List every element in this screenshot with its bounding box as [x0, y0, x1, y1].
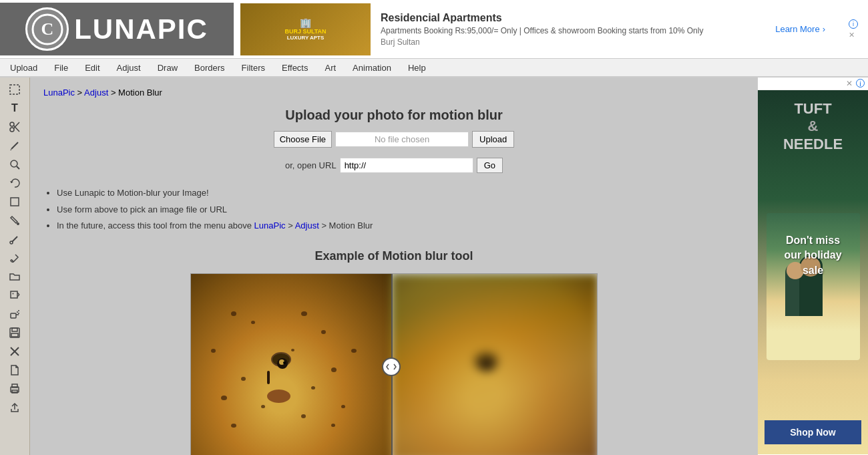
brand-part1: TUFT	[794, 100, 831, 117]
chevron-right-icon: ›	[823, 24, 825, 34]
url-row: or, open URL Go	[43, 158, 744, 173]
right-ad-info-icon[interactable]: i	[856, 79, 865, 88]
magnify-icon[interactable]	[5, 156, 25, 173]
svg-point-8	[11, 160, 17, 167]
svg-rect-25	[11, 333, 18, 337]
right-ad-top-bar: ✕ i	[758, 78, 868, 90]
svg-rect-2	[10, 85, 19, 94]
ad-close-icon[interactable]: ✕	[849, 31, 855, 39]
main-layout: T	[0, 78, 868, 455]
spray-icon[interactable]	[5, 305, 25, 323]
share-upload-icon[interactable]	[5, 399, 25, 416]
nav-effects[interactable]: Effects	[275, 60, 315, 75]
eyedropper-icon[interactable]	[5, 231, 25, 248]
svg-rect-14	[11, 291, 17, 298]
pencil-icon[interactable]	[5, 137, 25, 154]
brand-part2: NEEDLE	[783, 136, 843, 152]
instruction-2: Use form above to pick an image file or …	[57, 203, 373, 216]
nav-filters[interactable]: Filters	[235, 60, 272, 75]
original-image	[191, 274, 391, 456]
cheetah-face-left	[191, 274, 391, 456]
instructions-lunapic-link[interactable]: LunaPic	[254, 220, 286, 231]
svg-line-5	[14, 126, 20, 132]
svg-rect-29	[12, 384, 17, 388]
x-close-icon[interactable]	[5, 343, 25, 360]
svg-point-11	[17, 222, 19, 225]
upload-title: Upload your photo for motion blur	[43, 108, 744, 123]
nav-draw[interactable]: Draw	[151, 60, 184, 75]
top-ad-banner: C LUNAPIC 🏢 BURJ SULTAN LUXURY APTS Resi…	[0, 0, 868, 59]
ad-text-content: Residencial Apartments Apartments Bookin…	[381, 12, 765, 47]
example-title: Example of Motion blur tool	[43, 249, 744, 263]
url-input[interactable]	[340, 158, 473, 173]
print-icon[interactable]	[5, 380, 25, 398]
image-comparison	[190, 273, 598, 456]
document-icon[interactable]	[5, 361, 25, 379]
svg-point-3	[10, 122, 14, 126]
blurred-image	[391, 274, 598, 456]
logo-text: LUNAPIC	[74, 13, 208, 45]
folder-icon[interactable]	[5, 268, 25, 285]
nav-borders[interactable]: Borders	[188, 60, 232, 75]
instructions-section: Use Lunapic to Motion-blur your Image! U…	[43, 186, 373, 236]
url-label: or, open URL	[285, 160, 337, 170]
instruction-1: Use Lunapic to Motion-blur your Image!	[57, 186, 373, 200]
sidebar: T	[0, 78, 30, 455]
right-ad-couple-image: Don't missour holidaysale	[767, 153, 860, 420]
learn-more-label: Learn More	[775, 24, 819, 34]
svg-point-20	[17, 311, 18, 313]
nav-animation[interactable]: Animation	[346, 60, 398, 75]
instructions-adjust-link[interactable]: Adjust	[295, 220, 319, 231]
nav-upload[interactable]: Upload	[3, 60, 44, 75]
ad-description: Apartments Booking Rs:95,000/= Only | Of…	[381, 26, 765, 35]
right-advertisement: ✕ i TUFT & NEEDLE D	[758, 78, 868, 455]
breadcrumb: LunaPic > Adjust > Motion Blur	[43, 88, 744, 98]
nav-art[interactable]: Art	[318, 60, 343, 75]
svg-point-21	[18, 310, 19, 311]
brand-ampersand: &	[808, 118, 819, 134]
nav-file[interactable]: File	[47, 60, 75, 75]
breadcrumb-lunapic-link[interactable]: LunaPic	[43, 88, 75, 98]
save-disk-icon[interactable]	[5, 324, 25, 341]
marquee-select-icon[interactable]	[5, 81, 25, 98]
right-ad-content: TUFT & NEEDLE Don't missour holidaysale	[758, 90, 868, 454]
svg-rect-24	[12, 328, 17, 331]
crop-icon[interactable]	[5, 193, 25, 210]
svg-point-13	[10, 241, 13, 244]
sale-text: Don't missour holidaysale	[784, 233, 841, 278]
navigation-bar: Upload File Edit Adjust Draw Borders Fil…	[0, 59, 868, 78]
svg-point-17	[13, 293, 14, 295]
file-upload-row: Choose File No file chosen Upload	[43, 131, 744, 148]
text-tool-icon[interactable]: T	[5, 100, 25, 117]
ad-title: Residencial Apartments	[381, 12, 765, 24]
ad-image[interactable]: 🏢 BURJ SULTAN LUXURY APTS	[240, 3, 371, 55]
slider-handle[interactable]	[382, 357, 401, 376]
undo-icon[interactable]	[5, 174, 25, 192]
paint-bucket-icon[interactable]	[5, 212, 25, 229]
brush-icon[interactable]	[5, 249, 25, 267]
file-name-display: No file chosen	[335, 132, 469, 147]
ad-subtitle: Burj Sultan	[381, 37, 765, 47]
tag-icon[interactable]	[5, 287, 25, 304]
ad-learn-more-button[interactable]: Learn More ›	[775, 24, 825, 34]
svg-rect-18	[11, 313, 16, 318]
right-ad-close-icon[interactable]: ✕	[846, 79, 853, 88]
nav-adjust[interactable]: Adjust	[110, 60, 148, 75]
breadcrumb-adjust-link[interactable]: Adjust	[84, 88, 108, 98]
nav-help[interactable]: Help	[401, 60, 433, 75]
go-button[interactable]: Go	[477, 158, 503, 173]
logo-area: C LUNAPIC	[0, 3, 234, 55]
couple-photo: Don't missour holidaysale	[767, 213, 860, 360]
nav-edit[interactable]: Edit	[78, 60, 106, 75]
right-ad-brand: TUFT & NEEDLE	[783, 100, 843, 153]
ad-info-icon[interactable]: i	[849, 19, 858, 29]
svg-line-6	[14, 122, 20, 128]
scissors-icon[interactable]	[5, 118, 25, 136]
svg-rect-10	[11, 198, 19, 206]
upload-button[interactable]: Upload	[472, 131, 514, 148]
ad-content-area: 🏢 BURJ SULTAN LUXURY APTS Residencial Ap…	[234, 3, 868, 55]
breadcrumb-current: Motion Blur	[118, 88, 162, 98]
svg-line-7	[11, 142, 18, 149]
choose-file-button[interactable]: Choose File	[274, 131, 332, 148]
shop-now-button[interactable]: Shop Now	[765, 420, 861, 444]
